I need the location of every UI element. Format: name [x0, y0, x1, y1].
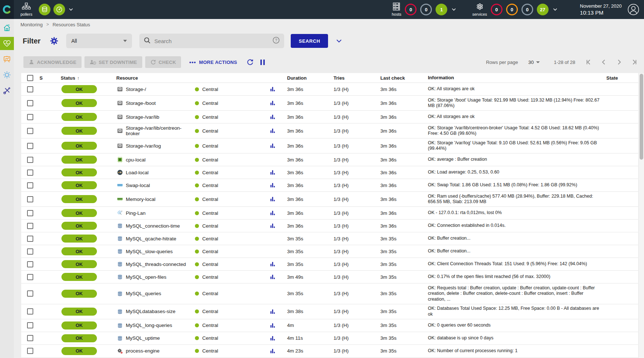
row-checkbox[interactable] [27, 348, 33, 354]
status-badge[interactable]: OK [61, 209, 97, 217]
check-button[interactable]: CHECK [145, 56, 181, 68]
resource-name[interactable]: MySQL_qcache-hitrate [126, 236, 176, 241]
row-checkbox[interactable] [27, 157, 33, 163]
status-badge[interactable]: OK [61, 260, 97, 268]
resource-name[interactable]: Storage-/var/lib/centreon-broker [126, 125, 195, 136]
service-counter[interactable]: 0 [521, 4, 533, 15]
sidebar-item-administration-tools[interactable] [0, 84, 14, 97]
resource-name[interactable]: Swap-local [126, 183, 150, 188]
parent-name[interactable]: Central [202, 323, 218, 328]
status-badge[interactable]: OK [61, 85, 97, 93]
row-checkbox[interactable] [27, 196, 33, 202]
parent-name[interactable]: Central [202, 348, 218, 354]
graph-icon[interactable] [270, 87, 275, 92]
service-counter[interactable]: 0 [491, 4, 502, 15]
service-counter[interactable]: 0 [506, 4, 518, 15]
acknowledge-button[interactable]: ACKNOWLEDGE [23, 56, 82, 68]
parent-name[interactable]: Central [202, 291, 218, 296]
column-header-resource[interactable]: Resource [109, 75, 195, 81]
hosts-chevron-down-icon[interactable] [452, 8, 456, 11]
graph-icon[interactable] [270, 128, 275, 133]
row-checkbox[interactable] [27, 182, 33, 188]
row-checkbox[interactable] [27, 223, 33, 229]
status-badge[interactable]: OK [61, 142, 97, 150]
pause-button[interactable] [260, 60, 265, 65]
row-checkbox[interactable] [27, 128, 33, 134]
column-header-severity[interactable]: S [36, 75, 55, 81]
database-status-icon[interactable] [39, 4, 50, 15]
resource-name[interactable]: Storage-/var/log [126, 143, 161, 149]
parent-name[interactable]: Central [202, 236, 218, 241]
filter-preset-select[interactable]: All [66, 34, 132, 48]
parent-name[interactable]: Central [202, 274, 218, 280]
table-row[interactable]: OKStorage-/Central3m 36s1/3 (H)3m 36sOK:… [21, 83, 638, 96]
parent-name[interactable]: Central [202, 128, 218, 134]
user-profile-button[interactable] [628, 4, 639, 15]
status-badge[interactable]: OK [61, 290, 97, 298]
refresh-button[interactable] [246, 58, 254, 66]
row-checkbox[interactable] [27, 236, 33, 242]
status-badge[interactable]: OK [61, 273, 97, 281]
status-badge[interactable]: OK [61, 127, 97, 135]
table-row[interactable]: OKMySQL_uptimeCentral4m 11s1/3 (H)3m 35s… [21, 332, 638, 345]
graph-icon[interactable] [270, 262, 275, 267]
graph-icon[interactable] [270, 197, 275, 202]
parent-name[interactable]: Central [202, 249, 218, 254]
table-row[interactable]: OKLoad-localCentral3m 36s1/3 (H)3m 36sOK… [21, 166, 638, 179]
row-checkbox[interactable] [27, 335, 33, 341]
row-checkbox[interactable] [27, 170, 33, 176]
resource-name[interactable]: Ping-Lan [126, 210, 146, 216]
services-menu[interactable]: services [472, 3, 487, 16]
column-header-status[interactable]: Status↑ [55, 75, 109, 81]
graph-icon[interactable] [270, 114, 275, 119]
resource-name[interactable]: MySQL_slow-queries [126, 249, 173, 254]
poller-chevron-down-icon[interactable] [69, 8, 73, 11]
rows-per-page-select[interactable]: 30 [528, 60, 540, 65]
row-checkbox[interactable] [27, 322, 33, 328]
status-badge[interactable]: OK [61, 247, 97, 255]
table-row[interactable]: OKMySQL_long-queriesCentral4m1/3 (H)3m 3… [21, 319, 638, 332]
resource-name[interactable]: MySQL_uptime [126, 335, 160, 341]
status-badge[interactable]: OK [61, 156, 97, 164]
more-actions-button[interactable]: ••• MORE ACTIONS [189, 59, 237, 65]
graph-icon[interactable] [270, 323, 275, 328]
resource-name[interactable]: process-engine [126, 348, 159, 354]
parent-name[interactable]: Central [202, 157, 218, 163]
table-row[interactable]: OKMySQL_qcache-hitrateCentral3m 35s1/3 (… [21, 232, 638, 245]
parent-name[interactable]: Central [202, 100, 218, 106]
parent-name[interactable]: Central [202, 335, 218, 341]
graph-icon[interactable] [270, 274, 275, 279]
resource-name[interactable]: cpu-local [126, 157, 146, 163]
resource-name[interactable]: Memory-local [126, 197, 155, 202]
host-counter[interactable]: 1 [436, 4, 447, 15]
table-row[interactable]: OKStorage-/var/lib/centreon-brokerCentra… [21, 123, 638, 138]
table-row[interactable]: OKMySQLdatabases-sizeCentral3m 38s1/3 (H… [21, 304, 638, 319]
table-row[interactable]: OKStorage-/bootCentral3m 36s1/3 (H)3m 36… [21, 96, 638, 111]
column-header-last-check[interactable]: Last check [380, 75, 427, 81]
resource-name[interactable]: Load-local [126, 170, 148, 175]
status-badge[interactable]: OK [61, 99, 97, 107]
status-badge[interactable]: OK [61, 168, 97, 176]
parent-name[interactable]: Central [202, 170, 218, 175]
row-checkbox[interactable] [27, 308, 33, 315]
graph-icon[interactable] [270, 223, 275, 228]
parent-name[interactable]: Central [202, 210, 218, 216]
sidebar-item-monitoring-heart[interactable] [0, 37, 14, 50]
scrollbar-thumb[interactable] [640, 74, 643, 160]
parent-name[interactable]: Central [202, 309, 218, 314]
resource-name[interactable]: Storage-/ [126, 87, 146, 92]
services-chevron-down-icon[interactable] [553, 8, 557, 11]
column-header-information[interactable]: Information [427, 75, 603, 81]
next-page-button[interactable] [615, 58, 623, 66]
status-badge[interactable]: OK [61, 308, 97, 316]
table-row[interactable]: OKSwap-localCentral3m 36s1/3 (H)3m 36sOK… [21, 179, 638, 192]
graph-icon[interactable] [270, 170, 275, 175]
row-checkbox[interactable] [27, 100, 33, 106]
table-row[interactable]: OKMySQL_queriesCentral3m 35s1/3 (H)3m 35… [21, 283, 638, 304]
row-checkbox[interactable] [27, 248, 33, 255]
table-row[interactable]: OKStorage-/var/logCentral3m 36s1/3 (H)3m… [21, 138, 638, 153]
search-button[interactable]: SEARCH [291, 34, 328, 48]
status-badge[interactable]: OK [61, 334, 97, 342]
resource-name[interactable]: MySQLdatabases-size [126, 309, 176, 314]
search-help-icon[interactable]: ? [272, 37, 280, 45]
